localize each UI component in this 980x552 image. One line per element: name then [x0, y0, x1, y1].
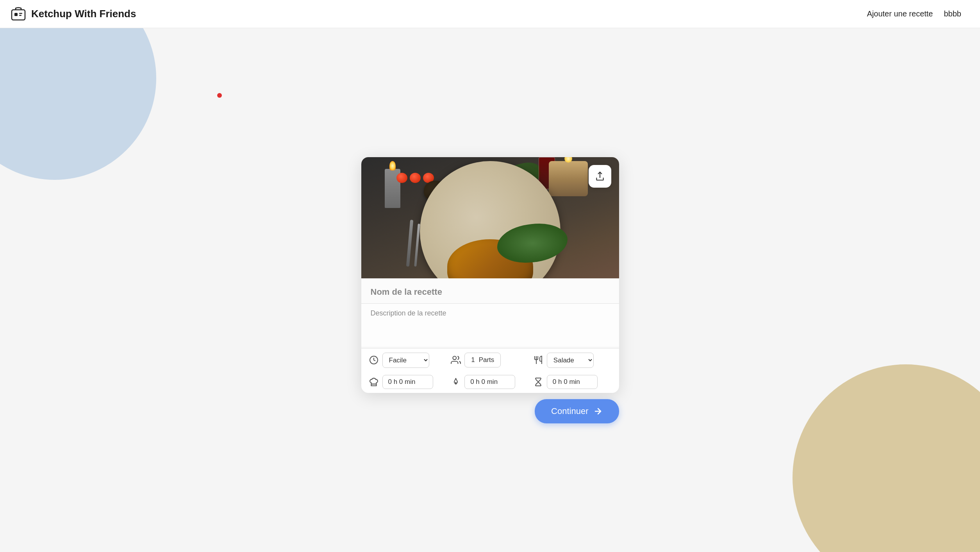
- header-right: Ajouter une recette bbbb: [867, 9, 962, 18]
- category-icon: [533, 355, 544, 366]
- prep-time-value: 0 h 0 min: [388, 378, 416, 386]
- flame-icon: [450, 376, 461, 387]
- chef-hat-icon: [368, 376, 379, 387]
- total-time-value: 0 h 0 min: [553, 378, 580, 386]
- tomato-1: [396, 173, 407, 183]
- card-wrapper: Facile Moyen Difficile: [361, 157, 619, 423]
- difficulty-group: Facile Moyen Difficile: [368, 353, 448, 368]
- hourglass-icon: [533, 376, 544, 387]
- parts-value: 1: [471, 356, 475, 364]
- svg-rect-0: [12, 10, 25, 20]
- app-title: Ketchup With Friends: [31, 8, 136, 20]
- food-scene: [361, 157, 619, 278]
- arrow-right-icon: [593, 407, 603, 416]
- cook-time-value: 0 h 0 min: [470, 378, 498, 386]
- continue-button[interactable]: Continuer: [535, 399, 619, 423]
- cook-time-group: 0 h 0 min: [450, 375, 530, 389]
- difficulty-icon: [368, 355, 379, 366]
- svg-point-6: [453, 356, 457, 360]
- svg-rect-2: [19, 13, 22, 14]
- header-left: Ketchup With Friends: [11, 7, 136, 22]
- people-icon: [450, 355, 461, 366]
- svg-rect-3: [19, 15, 21, 16]
- tomato-2: [410, 173, 421, 183]
- prep-time-display[interactable]: 0 h 0 min: [382, 375, 433, 389]
- add-recipe-link[interactable]: Ajouter une recette: [867, 9, 933, 18]
- user-name: bbbb: [944, 9, 962, 18]
- parts-group: 1 Parts: [450, 353, 530, 367]
- controls-row-1: Facile Moyen Difficile: [361, 348, 619, 372]
- difficulty-select[interactable]: Facile Moyen Difficile: [382, 353, 429, 368]
- time-row: 0 h 0 min 0 h 0 min: [361, 372, 619, 393]
- share-button[interactable]: [589, 165, 611, 188]
- total-time-group: 0 h 0 min: [533, 375, 612, 389]
- category-group: Salade Plat Dessert Entrée Soupe: [533, 353, 612, 368]
- candle-right: [549, 161, 588, 196]
- continue-label: Continuer: [551, 406, 588, 416]
- recipe-name-input[interactable]: [361, 278, 619, 304]
- svg-rect-1: [14, 13, 18, 16]
- recipe-description-input[interactable]: [361, 304, 619, 347]
- header: Ketchup With Friends Ajouter une recette…: [0, 0, 980, 28]
- category-select[interactable]: Salade Plat Dessert Entrée Soupe: [547, 353, 594, 368]
- main-content: Facile Moyen Difficile: [0, 28, 980, 552]
- recipe-image-container: [361, 157, 619, 278]
- prep-time-group: 0 h 0 min: [368, 375, 448, 389]
- parts-label: Parts: [479, 356, 494, 364]
- recipe-card: Facile Moyen Difficile: [361, 157, 619, 393]
- cook-time-display[interactable]: 0 h 0 min: [464, 375, 515, 389]
- logo-icon: [11, 7, 26, 22]
- share-icon: [595, 171, 605, 181]
- total-time-display[interactable]: 0 h 0 min: [547, 375, 598, 389]
- continue-button-container: Continuer: [535, 393, 619, 423]
- parts-display: 1 Parts: [464, 353, 501, 367]
- tomato-group: [396, 173, 434, 183]
